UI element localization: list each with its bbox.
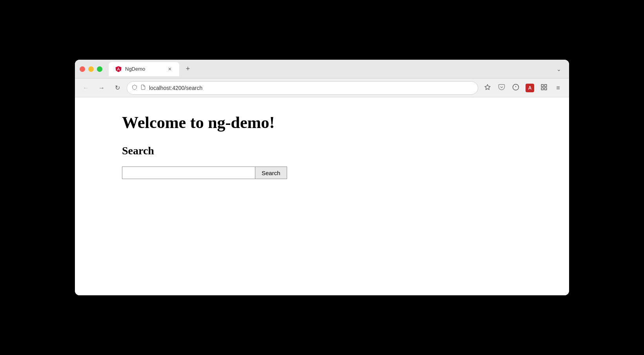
toolbar: ← → ↻ localhost:4200/search (75, 79, 569, 97)
reload-icon: ↻ (115, 84, 120, 91)
back-button[interactable]: ← (80, 82, 92, 94)
lockwise-button[interactable] (509, 82, 522, 94)
bookmark-button[interactable] (481, 82, 494, 94)
svg-marker-4 (485, 84, 490, 90)
toolbar-right: A ≡ (481, 82, 564, 94)
url-text: localhost:4200/search (149, 85, 473, 91)
active-tab[interactable]: NgDemo ✕ (109, 62, 179, 76)
pocket-button[interactable] (495, 82, 508, 94)
svg-rect-11 (541, 88, 543, 90)
tab-bar: NgDemo ✕ + ⌄ (109, 62, 564, 76)
extensions-icon: A (526, 84, 534, 92)
back-icon: ← (83, 84, 89, 91)
page-icon (140, 84, 146, 91)
search-button[interactable]: Search (255, 167, 287, 179)
search-form: Search (122, 167, 522, 179)
reload-button[interactable]: ↻ (111, 82, 124, 94)
extensions-button[interactable]: A (524, 82, 536, 94)
search-section-title: Search (122, 145, 522, 157)
minimize-button[interactable] (88, 66, 94, 72)
address-bar[interactable]: localhost:4200/search (127, 81, 478, 95)
page-content: Welcome to ng-demo! Search Search (75, 97, 569, 295)
traffic-lights (80, 66, 102, 72)
container-button[interactable] (538, 82, 550, 94)
title-bar: NgDemo ✕ + ⌄ (75, 60, 569, 79)
new-tab-button[interactable]: + (182, 64, 193, 75)
search-input[interactable] (122, 167, 255, 179)
tab-title: NgDemo (125, 66, 164, 72)
svg-rect-8 (541, 84, 543, 86)
pocket-icon (498, 84, 505, 92)
close-button[interactable] (80, 66, 85, 72)
bookmark-icon (484, 84, 491, 92)
tab-close-button[interactable]: ✕ (167, 66, 173, 72)
page-heading: Welcome to ng-demo! (122, 113, 522, 132)
forward-icon: → (98, 84, 105, 91)
svg-rect-10 (545, 88, 547, 90)
svg-rect-9 (545, 84, 547, 86)
maximize-button[interactable] (97, 66, 102, 72)
tab-list-button[interactable]: ⌄ (553, 64, 564, 75)
lockwise-icon (512, 84, 519, 92)
forward-button[interactable]: → (95, 82, 108, 94)
container-icon (540, 84, 548, 92)
browser-window: NgDemo ✕ + ⌄ ← → ↻ (75, 60, 569, 295)
tab-favicon (115, 66, 122, 73)
shield-icon (132, 84, 137, 91)
hamburger-icon: ≡ (556, 84, 560, 91)
angular-logo-icon (115, 66, 122, 73)
menu-button[interactable]: ≡ (552, 82, 564, 94)
